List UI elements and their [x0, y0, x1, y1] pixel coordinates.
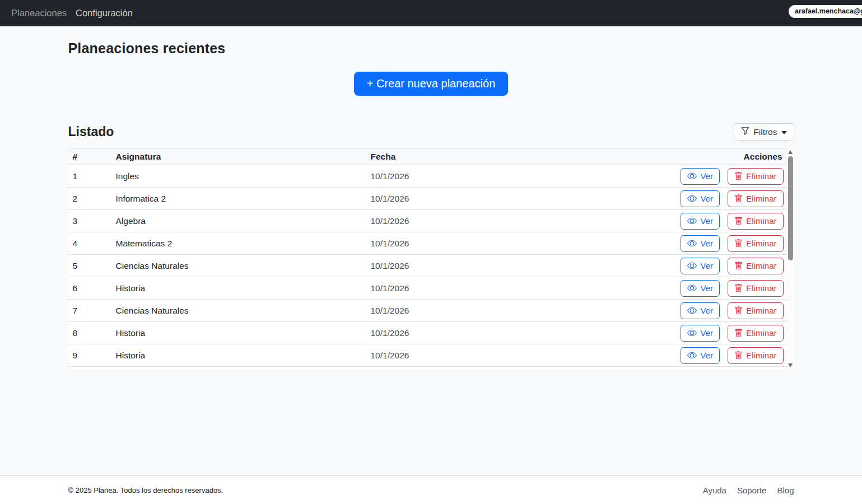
row-actions: Ver Eliminar — [602, 300, 787, 322]
ver-button[interactable]: Ver — [681, 235, 720, 252]
ver-button[interactable]: Ver — [681, 302, 720, 319]
eliminar-button[interactable]: Eliminar — [728, 280, 783, 297]
eliminar-button-label: Eliminar — [746, 283, 776, 293]
eliminar-button[interactable]: Eliminar — [728, 302, 783, 319]
ver-button[interactable]: Ver — [681, 190, 720, 207]
row-actions: Ver Eliminar — [602, 188, 787, 210]
page-title: Planeaciones recientes — [68, 40, 794, 57]
table-row: 2 Informatica 2 10/1/2026 Ver — [68, 188, 787, 210]
trash-icon — [734, 194, 743, 203]
eliminar-button[interactable]: Eliminar — [728, 190, 783, 207]
row-number: 5 — [68, 255, 111, 277]
footer-link-ayuda[interactable]: Ayuda — [703, 486, 726, 495]
filtros-button-label: Filtros — [753, 127, 777, 137]
column-header-asignatura: Asignatura — [111, 148, 366, 165]
filtros-button[interactable]: Filtros — [734, 123, 794, 141]
create-planeacion-button[interactable]: + Crear nueva planeación — [354, 72, 509, 96]
eliminar-button[interactable]: Eliminar — [728, 235, 783, 252]
row-number: 7 — [68, 300, 111, 322]
user-email-badge: arafael.menchaca@g — [789, 5, 862, 18]
row-subject: Ingles — [111, 165, 366, 188]
row-date: 10/1/2026 — [366, 232, 602, 255]
ver-button-label: Ver — [700, 306, 713, 315]
row-number: 6 — [68, 277, 111, 300]
row-date: 10/1/2026 — [366, 165, 602, 188]
row-number: 9 — [68, 344, 111, 367]
eliminar-button[interactable]: Eliminar — [728, 258, 783, 274]
row-number: 4 — [68, 232, 111, 255]
eliminar-button[interactable]: Eliminar — [728, 370, 783, 370]
eliminar-button-label: Eliminar — [746, 239, 776, 248]
eliminar-button-label: Eliminar — [746, 261, 776, 270]
eliminar-button[interactable]: Eliminar — [728, 347, 783, 364]
ver-button-label: Ver — [700, 328, 713, 338]
row-date: 10/1/2026 — [366, 344, 602, 367]
ver-button[interactable]: Ver — [681, 347, 720, 364]
nav-link-planeaciones[interactable]: Planeaciones — [7, 3, 71, 23]
row-actions: Ver Eliminar — [602, 232, 787, 255]
table-row: 7 Ciencias Naturales 10/1/2026 Ver — [68, 300, 787, 322]
row-number: 3 — [68, 210, 111, 232]
scroll-up-arrow[interactable] — [788, 150, 793, 154]
listado-heading: Listado — [68, 124, 114, 139]
row-number: 2 — [68, 188, 111, 210]
row-subject: Historia — [111, 277, 366, 300]
row-actions: Ver Eliminar — [602, 367, 787, 370]
table-row: 6 Historia 10/1/2026 Ver — [68, 277, 787, 300]
eliminar-button-label: Eliminar — [746, 216, 776, 226]
trash-icon — [734, 284, 743, 292]
ver-button-label: Ver — [700, 261, 713, 270]
scroll-down-arrow[interactable] — [788, 363, 793, 367]
copyright-text: © 2025 Planea. Todos los derechos reserv… — [68, 486, 223, 494]
row-subject: Matematicas 2 — [111, 232, 366, 255]
planeaciones-table: # Asignatura Fecha Acciones 1 Ingles 10/… — [68, 148, 787, 370]
trash-icon — [734, 351, 743, 360]
table-header-row: # Asignatura Fecha Acciones — [68, 148, 787, 165]
table-row: 1 Ingles 10/1/2026 Ver — [68, 165, 787, 188]
ver-button-label: Ver — [700, 239, 713, 248]
row-date: 10/1/2026 — [366, 255, 602, 277]
eliminar-button-label: Eliminar — [746, 306, 776, 315]
trash-icon — [734, 217, 743, 225]
ver-button[interactable]: Ver — [681, 213, 720, 230]
row-date: 10/1/2026 — [366, 322, 602, 344]
scrollbar-thumb[interactable] — [788, 156, 793, 260]
ver-button[interactable]: Ver — [681, 280, 720, 297]
trash-icon — [734, 329, 743, 337]
nav-link-configuracion[interactable]: Configuración — [71, 3, 137, 23]
row-actions: Ver Eliminar — [602, 165, 787, 188]
eliminar-button[interactable]: Eliminar — [728, 213, 783, 230]
eye-icon — [687, 306, 697, 315]
eliminar-button[interactable]: Eliminar — [728, 168, 783, 185]
ver-button[interactable]: Ver — [681, 168, 720, 185]
table-scrollbar[interactable] — [787, 148, 794, 370]
ver-button[interactable]: Ver — [681, 325, 720, 342]
page-footer: © 2025 Planea. Todos los derechos reserv… — [0, 475, 862, 504]
row-number: 8 — [68, 322, 111, 344]
row-subject: Historia — [111, 322, 366, 344]
table-row: 8 Historia 10/1/2026 Ver — [68, 322, 787, 344]
ver-button[interactable]: Ver — [681, 258, 720, 274]
column-header-fecha: Fecha — [366, 148, 602, 165]
row-number — [68, 367, 111, 370]
table-row: 5 Ciencias Naturales 10/1/2026 Ver — [68, 255, 787, 277]
eye-icon — [687, 328, 697, 338]
eliminar-button[interactable]: Eliminar — [728, 325, 783, 342]
row-subject: Algebra — [111, 210, 366, 232]
footer-link-blog[interactable]: Blog — [777, 486, 794, 495]
eye-icon — [687, 216, 697, 226]
eye-icon — [687, 283, 697, 293]
planeaciones-table-container: # Asignatura Fecha Acciones 1 Ingles 10/… — [68, 148, 794, 370]
footer-link-soporte[interactable]: Soporte — [737, 486, 767, 495]
ver-button[interactable]: Ver — [681, 370, 720, 370]
eye-icon — [687, 261, 697, 270]
funnel-icon — [741, 127, 749, 137]
main-content: Planeaciones recientes + Crear nueva pla… — [0, 26, 862, 475]
column-header-num: # — [68, 148, 111, 165]
eliminar-button-label: Eliminar — [746, 171, 776, 181]
row-subject: Informatica 2 — [111, 188, 366, 210]
row-subject: Ciencias Naturales — [111, 300, 366, 322]
eye-icon — [687, 194, 697, 203]
row-number: 1 — [68, 165, 111, 188]
table-body: 1 Ingles 10/1/2026 Ver — [68, 165, 787, 370]
